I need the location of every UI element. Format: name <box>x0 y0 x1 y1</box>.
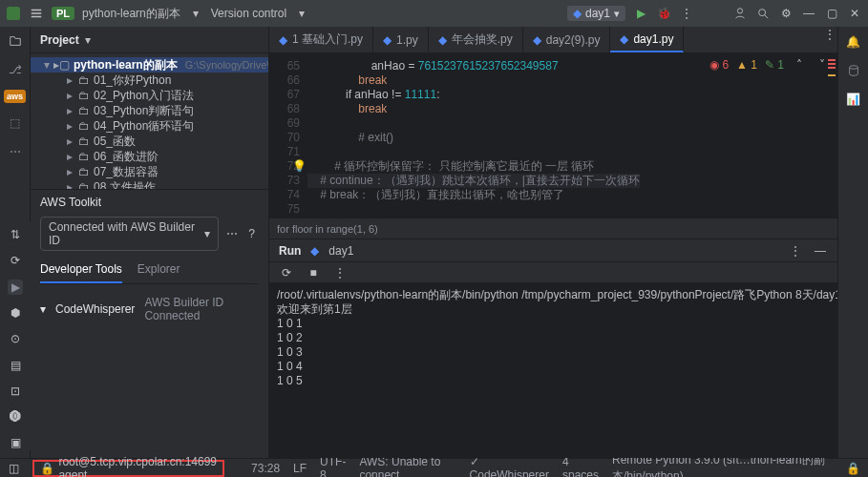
rerun-icon[interactable]: ⟳ <box>279 265 294 280</box>
output-line: /root/.virtualenvs/python-learn的副本/bin/p… <box>277 288 830 302</box>
code-line[interactable]: # exit() <box>307 131 640 145</box>
output-line: 1 0 5 <box>277 374 830 388</box>
code-line[interactable] <box>307 116 640 131</box>
aws-connection[interactable]: Connected with AWS Builder ID▾ <box>40 217 219 251</box>
tree-folder[interactable]: ▸🗀 08 文件操作 <box>31 179 268 189</box>
chevron-down-icon[interactable]: ▾ <box>294 6 309 21</box>
minimize-icon[interactable]: — <box>801 6 816 21</box>
hamburger-icon[interactable] <box>29 6 44 21</box>
app-icon <box>6 6 21 21</box>
code-line[interactable]: anHao = 7615237615237652349587 <box>307 59 640 73</box>
notifications-icon[interactable]: 🔔 <box>846 34 861 50</box>
stop-icon[interactable]: ■ <box>306 265 321 280</box>
gear-icon[interactable]: ⚙ <box>778 6 794 21</box>
cw-status[interactable]: ✓ CodeWhisperer <box>470 455 549 478</box>
pull-icon[interactable]: ⟳ <box>8 253 23 267</box>
run-config-name: day1 <box>328 244 353 258</box>
maximize-icon[interactable]: ▢ <box>824 6 839 21</box>
editor-tab[interactable]: ◆年会抽奖.py <box>429 27 523 52</box>
more-icon[interactable]: ⋮ <box>788 243 803 259</box>
database-icon[interactable] <box>846 63 861 78</box>
problems-icon[interactable]: ⓿ <box>8 410 23 425</box>
python-console-icon[interactable]: ⬢ <box>8 306 23 321</box>
python-file-icon: ◆ <box>279 33 287 47</box>
output-line: 1 0 4 <box>277 360 830 374</box>
tool-window-icon[interactable]: ◫ <box>8 461 19 476</box>
code-line[interactable]: break <box>307 102 640 116</box>
sciview-icon[interactable]: 📊 <box>846 92 861 107</box>
tab-more-icon[interactable]: ⋮ <box>822 27 837 42</box>
minimize-panel-icon[interactable]: — <box>813 243 828 259</box>
editor-tab[interactable]: ◆day1.py <box>610 27 684 52</box>
svg-rect-0 <box>7 7 20 20</box>
commit-tool-icon[interactable]: ⎇ <box>7 61 24 78</box>
terminal-icon[interactable]: ▣ <box>8 436 23 450</box>
typo-count[interactable]: ✎ 1 <box>765 58 784 72</box>
code-line[interactable] <box>307 202 640 217</box>
project-tool-icon[interactable] <box>7 32 24 50</box>
code-line[interactable]: if anHao != 11111: <box>307 88 640 102</box>
error-stripe[interactable] <box>828 59 836 78</box>
aws-status[interactable]: AWS: Unable to connect <box>359 455 455 478</box>
more-icon[interactable]: ⋮ <box>332 265 348 280</box>
project-name[interactable]: python-learn的副本 <box>82 6 180 22</box>
chevron-down-icon[interactable]: ▾ <box>188 6 203 21</box>
tree-root[interactable]: python-learn的副本 <box>74 57 178 73</box>
error-count[interactable]: ◉ 6 <box>709 58 729 72</box>
more-icon[interactable]: ⋯ <box>224 226 239 241</box>
caret-pos[interactable]: 73:28 <box>251 462 280 475</box>
run-icon[interactable]: ▶ <box>633 6 648 21</box>
python-file-icon: ◆ <box>533 33 541 47</box>
run-tool-icon[interactable]: ▶ <box>8 280 23 295</box>
structure-tool-icon[interactable]: ▤ <box>8 358 23 372</box>
code-line[interactable]: # break：（遇到我）直接跳出循环，啥也别管了 <box>307 188 640 202</box>
output-line: 1 0 2 <box>277 331 830 345</box>
tree-folder[interactable]: ▸🗀 07_数据容器 <box>31 164 268 179</box>
output-line: 1 0 1 <box>277 317 830 331</box>
tab-explorer[interactable]: Explorer <box>138 259 180 283</box>
tree-folder[interactable]: ▸🗀 01_你好Python <box>31 73 268 88</box>
tree-folder[interactable]: ▸🗀 06_函数进阶 <box>31 149 268 164</box>
debug-tool-icon[interactable]: ⊙ <box>8 332 23 346</box>
version-control[interactable]: Version control <box>211 7 286 20</box>
more-icon[interactable]: ⋮ <box>679 6 694 21</box>
encoding[interactable]: UTF-8 <box>320 455 346 478</box>
intention-bulb-icon[interactable]: 💡 <box>292 159 307 173</box>
tree-folder[interactable]: ▸🗀 03_Python判断语句 <box>31 103 268 118</box>
editor-tab[interactable]: ◆1 基础入门.py <box>269 27 373 52</box>
output-line: 1 0 3 <box>277 345 830 360</box>
code-line[interactable]: # continue：（遇到我）跳过本次循环，|直接去开始下一次循环 <box>307 174 640 188</box>
chevron-down-icon[interactable]: ▾ <box>40 302 46 316</box>
dswap-icon[interactable]: ⇅ <box>8 227 23 241</box>
user-icon[interactable] <box>732 6 748 21</box>
lock-icon[interactable]: 🔒 <box>846 461 860 476</box>
indent[interactable]: 4 spaces <box>562 455 599 478</box>
help-icon[interactable]: ? <box>244 226 259 241</box>
remote-host[interactable]: 🔒 root@5.tcp.vip.cpolar.cn:14699 agent <box>32 460 224 477</box>
structure-icon[interactable]: ⬚ <box>7 114 24 132</box>
search-icon[interactable] <box>755 6 771 21</box>
tree-folder[interactable]: ▸🗀 04_Python循环语句 <box>31 118 268 134</box>
breadcrumb[interactable]: for floor in range(1, 6) <box>269 218 837 238</box>
close-icon[interactable]: ✕ <box>847 6 862 21</box>
aws-tool-icon[interactable]: aws <box>4 90 26 103</box>
warning-count[interactable]: ▲ 1 <box>736 58 757 72</box>
debug-icon[interactable]: 🐞 <box>656 6 671 21</box>
tab-developer-tools[interactable]: Developer Tools <box>40 259 122 283</box>
code-line[interactable]: 💡 # 循环控制保留字： 只能控制离它最近的 一层 循环 <box>307 159 640 174</box>
chevron-down-icon[interactable]: ▾ <box>85 33 91 47</box>
more-tools-icon[interactable]: ⋯ <box>7 143 24 160</box>
code-line[interactable]: break <box>307 73 640 88</box>
up-icon[interactable]: ˄ <box>792 57 807 73</box>
project-chip[interactable]: PL <box>52 7 74 20</box>
aws-toolkit-title: AWS Toolkit <box>40 196 259 209</box>
code-line[interactable] <box>307 145 640 159</box>
line-sep[interactable]: LF <box>293 462 307 475</box>
editor-tab[interactable]: ◆1.py <box>373 27 429 52</box>
run-config-selector[interactable]: ◆day1 ▾ <box>567 6 625 21</box>
tree-folder[interactable]: ▸🗀 05_函数 <box>31 134 268 149</box>
tree-folder[interactable]: ▸🗀 02_Python入门语法 <box>31 88 268 103</box>
run-panel-title: Run <box>279 244 301 258</box>
editor-tab[interactable]: ◆day2(9).py <box>523 27 611 52</box>
services-icon[interactable]: ⊡ <box>8 384 23 398</box>
